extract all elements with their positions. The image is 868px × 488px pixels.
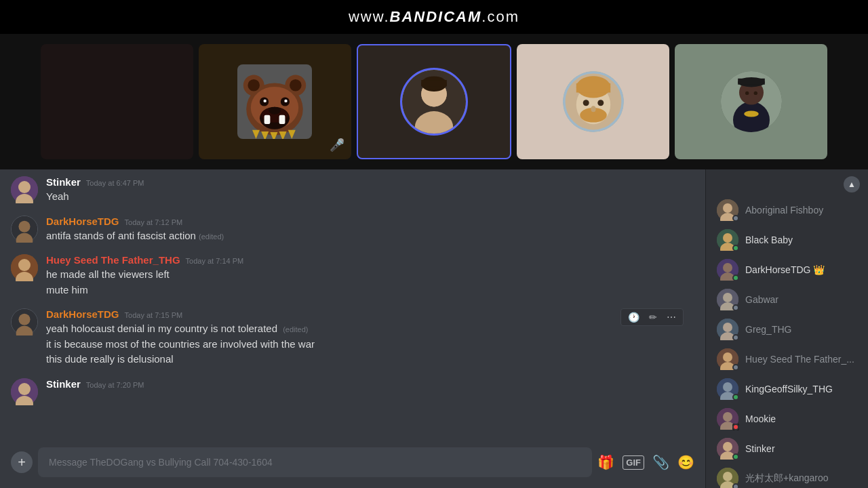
upload-icon[interactable]: 📎	[652, 454, 669, 470]
username-stinker: Stinker	[46, 176, 81, 188]
status-offline-aboriginal	[732, 215, 739, 222]
status-offline-greg	[732, 334, 739, 341]
svg-point-69	[723, 293, 732, 302]
member-item-mookie[interactable]: Mookie	[711, 404, 863, 434]
message-darkhorse-1: DarkHorseTDG Today at 7:12 PM antifa sta…	[11, 216, 694, 244]
message-content-stinker-1: Stinker Today at 6:47 PM Yeah	[46, 176, 694, 205]
rap-avatar	[721, 71, 782, 132]
timestamp-stinker-2: Today at 7:20 PM	[86, 381, 144, 389]
voice-tile-4	[517, 44, 669, 159]
member-name-gabwar: Gabwar	[745, 294, 778, 305]
message-header-4: DarkHorseTDG Today at 7:15 PM	[46, 308, 694, 320]
svg-point-66	[723, 263, 732, 272]
voice-tile-5	[675, 44, 827, 159]
member-name-blackbaby: Black Baby	[745, 235, 793, 245]
svg-point-81	[723, 412, 732, 422]
avatar-huey	[11, 254, 38, 281]
username-darkhorse: DarkHorseTDG	[46, 216, 119, 227]
status-online-stinker	[732, 453, 739, 460]
svg-marker-19	[288, 130, 296, 139]
username-stinker-2: Stinker	[46, 378, 81, 390]
svg-point-87	[723, 472, 732, 481]
message-darkhorse-2: DarkHorseTDG Today at 7:15 PM yeah holoc…	[11, 308, 694, 367]
svg-marker-17	[271, 132, 278, 139]
svg-point-60	[723, 203, 732, 213]
member-item-blackbaby[interactable]: Black Baby	[711, 225, 863, 255]
scroll-up-button[interactable]: ▲	[844, 176, 860, 192]
message-content-darkhorse-1: DarkHorseTDG Today at 7:12 PM antifa sta…	[46, 216, 694, 244]
member-item-king[interactable]: KingGeoffSilky_THG	[711, 374, 863, 404]
emoji-icon[interactable]: 😊	[677, 454, 694, 470]
svg-point-4	[290, 79, 302, 92]
svg-rect-25	[421, 80, 447, 86]
svg-point-75	[723, 352, 732, 362]
status-online-king	[732, 394, 739, 401]
edited-tag-1: (edited)	[199, 232, 224, 241]
react-button[interactable]: 🕐	[625, 310, 642, 324]
member-item-aboriginal[interactable]: Aboriginal Fishboy	[711, 195, 863, 225]
member-item-huey[interactable]: Huey Seed The Father_...	[711, 344, 863, 374]
message-header-2: DarkHorseTDG Today at 7:12 PM	[46, 216, 694, 227]
message-header-5: Stinker Today at 7:20 PM	[46, 378, 694, 390]
member-name-greg: Greg_THG	[745, 324, 791, 335]
input-toolbar: 🎁 GIF 📎 😊	[597, 454, 694, 470]
add-attachment-button[interactable]: +	[11, 451, 33, 473]
svg-point-31	[583, 100, 589, 106]
avatar-kangaroo	[717, 468, 738, 488]
message-text-darkhorse-2: yeah holocaust denial in my country is n…	[46, 321, 694, 367]
gift-icon[interactable]: 🎁	[597, 454, 614, 470]
message-stinker-1: Stinker Today at 6:47 PM Yeah	[11, 176, 694, 205]
avatar-aboriginal	[717, 199, 738, 221]
svg-marker-16	[261, 131, 269, 139]
edit-button[interactable]: ✏	[646, 310, 660, 324]
member-name-darkhorse: DarkHorseTDG 👑	[745, 264, 825, 275]
member-name-huey: Huey Seed The Father_...	[745, 354, 854, 365]
member-item-darkhorse[interactable]: DarkHorseTDG 👑	[711, 255, 863, 285]
svg-point-63	[723, 233, 732, 243]
timestamp-huey: Today at 7:14 PM	[186, 257, 244, 265]
message-content-stinker-2: Stinker Today at 7:20 PM	[46, 378, 694, 405]
member-name-king: KingGeoffSilky_THG	[745, 384, 833, 394]
message-input-field[interactable]: Message TheDOGang vs Bullying Call 704-4…	[38, 447, 592, 477]
status-offline-huey	[732, 364, 739, 371]
member-item-stinker[interactable]: Stinker	[711, 434, 863, 464]
svg-point-57	[18, 383, 31, 395]
message-text-darkhorse-1: antifa stands of anti fascist action(edi…	[46, 228, 694, 244]
gif-button[interactable]: GIF	[623, 455, 644, 470]
svg-point-72	[723, 323, 732, 332]
svg-marker-18	[279, 131, 287, 139]
svg-point-54	[18, 314, 30, 325]
input-area: + Message TheDOGang vs Bullying Call 704…	[0, 447, 705, 488]
message-actions: 🕐 ✏ ⋯	[620, 308, 684, 326]
messages-container: Stinker Today at 6:47 PM Yeah DarkHorseT…	[0, 169, 705, 447]
timestamp-darkhorse-1: Today at 7:12 PM	[125, 218, 183, 226]
message-header: Stinker Today at 6:47 PM	[46, 176, 694, 188]
message-stinker-2: Stinker Today at 7:20 PM	[11, 378, 694, 405]
member-name-stinker: Stinker	[745, 443, 775, 454]
svg-point-45	[18, 181, 31, 193]
member-item-greg[interactable]: Greg_THG	[711, 314, 863, 344]
avatar-mookie	[717, 408, 738, 430]
avatar-darkhorse-side	[717, 259, 738, 281]
avatar-huey-side	[717, 348, 738, 370]
avatar-king	[717, 378, 738, 400]
username-darkhorse-2: DarkHorseTDG	[46, 308, 119, 320]
edited-tag-2: (edited)	[283, 325, 308, 333]
message-content-huey: Huey Seed The Father_THG Today at 7:14 P…	[46, 254, 694, 298]
svg-point-33	[591, 106, 595, 112]
more-button[interactable]: ⋯	[664, 310, 679, 324]
svg-marker-15	[252, 130, 260, 139]
member-item-gabwar[interactable]: Gabwar	[711, 285, 863, 314]
svg-point-12	[264, 100, 267, 102]
status-online-darkhorse	[732, 274, 739, 281]
bandicam-text: www.BANDICAM.com	[349, 8, 519, 26]
mute-icon: 🎤	[330, 138, 344, 152]
sidebar-controls: ▲	[711, 176, 863, 195]
svg-point-48	[18, 220, 30, 232]
timestamp-darkhorse-2: Today at 7:15 PM	[125, 311, 183, 319]
avatar-darkhorse-2	[11, 308, 38, 336]
member-item-kangaroo[interactable]: 光村太郎+kangaroo	[711, 464, 863, 488]
username-huey: Huey Seed The Father_THG	[46, 254, 180, 266]
svg-point-32	[597, 100, 604, 106]
message-header-3: Huey Seed The Father_THG Today at 7:14 P…	[46, 254, 694, 266]
